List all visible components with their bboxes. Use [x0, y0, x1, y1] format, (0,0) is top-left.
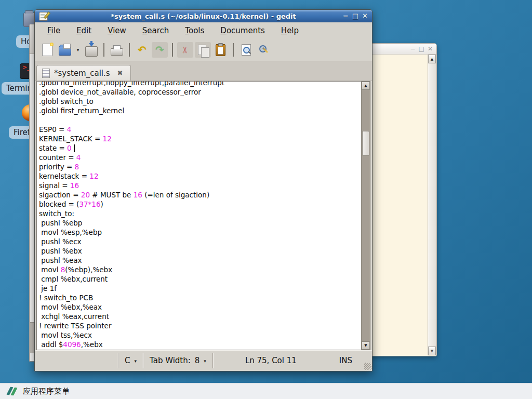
text-editor[interactable]: .globl hd_interrupt,floppy_interrupt,par… — [37, 82, 361, 350]
code-line: .globl switch_to — [39, 97, 361, 106]
toolbar-separator — [233, 43, 234, 57]
paste-icon — [216, 44, 225, 56]
secondary-window-scrollbar[interactable]: ▲ ▼ — [428, 55, 436, 355]
redo-button[interactable]: ↷ — [152, 42, 168, 58]
code-line: movl %ebx,ESP0(%ecx) — [39, 349, 361, 350]
minimize-icon[interactable]: − — [343, 12, 349, 20]
replace-button[interactable] — [256, 42, 272, 58]
resize-grip[interactable] — [364, 363, 371, 370]
tab-width-label: Tab Width: — [150, 356, 191, 365]
close-icon[interactable]: ✕ — [428, 46, 433, 52]
menu-bar: FileEditViewSearchToolsDocumentsHelp — [35, 22, 372, 39]
code-line: ESP0 = 4 — [39, 125, 361, 134]
code-line: pushl %ecx — [39, 237, 361, 246]
secondary-window[interactable]: − □ ✕ ▲ ▼ — [369, 43, 437, 356]
close-icon[interactable]: ✕ — [362, 12, 368, 20]
code-line: cmpl %ebx,current — [39, 274, 361, 284]
tab-label: *system_call.s — [54, 69, 110, 78]
paste-button[interactable] — [212, 42, 229, 58]
menu-edit[interactable]: Edit — [75, 25, 92, 36]
find-icon — [242, 44, 251, 56]
text-cursor — [74, 144, 75, 152]
undo-icon: ↶ — [138, 45, 147, 55]
taskbar: 应用程序菜单 — [0, 383, 532, 399]
code-line: ! switch_to PCB — [39, 293, 361, 302]
code-line: blocked = (37*16) — [39, 200, 361, 209]
status-bar: C ▾ Tab Width: 8 ▾ Ln 75, Col 11 INS — [35, 350, 372, 370]
code-line: pushl %ebx — [39, 246, 361, 256]
editor-area: .globl hd_interrupt,floppy_interrupt,par… — [36, 81, 370, 350]
menu-search[interactable]: Search — [141, 25, 170, 36]
code-line: state = 0 — [39, 143, 361, 153]
undo-button[interactable]: ↶ — [134, 42, 150, 58]
copy-button[interactable] — [195, 42, 211, 58]
menu-file[interactable]: File — [46, 25, 61, 36]
find-button[interactable] — [238, 42, 254, 58]
applications-menu-label[interactable]: 应用程序菜单 — [23, 387, 70, 396]
save-icon — [85, 46, 98, 57]
code-line: .globl first_return_kernel — [39, 106, 361, 115]
chevron-down-icon: ▾ — [134, 358, 137, 364]
code-line: .globl device_not_available, coprocessor… — [39, 87, 361, 97]
toolbar: ▾ ↶ ↷ ✂ — [35, 39, 372, 61]
code-line: sigaction = 20 # MUST be 16 (=len of sig… — [39, 190, 361, 200]
code-line: movl 8(%ebp),%ebx — [39, 265, 361, 274]
print-icon — [111, 48, 123, 56]
tab-close-icon[interactable]: ✖ — [117, 69, 123, 77]
menu-tools[interactable]: Tools — [184, 25, 205, 36]
code-line: priority = 8 — [39, 162, 361, 171]
gedit-titlebar[interactable]: *system_call.s (~/oslab/linux-0.11/kerne… — [35, 10, 372, 22]
code-line: movl tss,%ecx — [39, 330, 361, 340]
tab-width-selector[interactable]: Tab Width: 8 ▾ — [143, 351, 212, 370]
save-button[interactable] — [83, 42, 99, 58]
code-line: pushl %eax — [39, 256, 361, 265]
scroll-up-icon[interactable]: ▲ — [428, 55, 436, 63]
tab-width-value: 8 — [195, 356, 200, 365]
code-line: KERNEL_STACK = 12 — [39, 134, 361, 143]
code-line: signal = 16 — [39, 181, 361, 190]
menu-help[interactable]: Help — [280, 25, 300, 36]
menu-view[interactable]: View — [107, 25, 127, 36]
code-line: switch_to: — [39, 209, 361, 218]
toolbar-separator — [172, 43, 173, 57]
applications-menu-icon[interactable] — [7, 387, 18, 396]
code-line: .globl hd_interrupt,floppy_interrupt,par… — [39, 82, 361, 87]
open-dropdown-button[interactable]: ▾ — [74, 42, 82, 58]
new-document-button[interactable] — [39, 42, 55, 58]
document-icon — [42, 69, 50, 78]
code-line: je 1f — [39, 284, 361, 293]
tab-bar: *system_call.s ✖ — [35, 61, 372, 81]
cut-icon: ✂ — [180, 46, 191, 54]
code-line: counter = 4 — [39, 153, 361, 162]
scroll-down-icon[interactable]: ▼ — [362, 341, 370, 350]
code-line: movl %esp,%ebp — [39, 228, 361, 237]
tab-system-call[interactable]: *system_call.s ✖ — [36, 65, 131, 81]
maximize-icon[interactable]: □ — [352, 12, 358, 20]
print-button[interactable] — [109, 42, 125, 58]
cut-button[interactable]: ✂ — [177, 42, 193, 58]
language-selector[interactable]: C ▾ — [118, 351, 143, 370]
code-line: kernelstack = 12 — [39, 171, 361, 181]
open-button[interactable] — [57, 42, 73, 58]
toolbar-separator — [103, 43, 104, 57]
gedit-app-icon — [39, 12, 48, 21]
menu-documents[interactable]: Documents — [219, 25, 266, 36]
toolbar-separator — [129, 43, 130, 57]
code-line: addl $4096,%ebx — [39, 340, 361, 349]
maximize-icon[interactable]: □ — [419, 46, 424, 52]
scrollbar-thumb[interactable] — [362, 131, 369, 156]
open-folder-icon — [59, 46, 71, 56]
scroll-up-icon[interactable]: ▲ — [362, 82, 370, 90]
code-line — [39, 115, 361, 125]
desktop: Home >_ Terminal Firefox − □ ✕ ▲ ▼ *syst… — [0, 0, 532, 399]
scroll-down-icon[interactable]: ▼ — [428, 347, 436, 355]
redo-icon: ↷ — [155, 45, 164, 55]
editor-scrollbar[interactable]: ▲ ▼ — [361, 82, 370, 350]
code-line: movl %ebx,%eax — [39, 302, 361, 312]
input-mode: INS — [339, 356, 352, 365]
find-and-replace-icon — [259, 45, 269, 55]
cursor-position: Ln 75, Col 11 — [245, 356, 297, 365]
language-value: C — [125, 356, 130, 365]
code-line: xchgl %eax,current — [39, 312, 361, 321]
minimize-icon[interactable]: − — [410, 46, 416, 52]
